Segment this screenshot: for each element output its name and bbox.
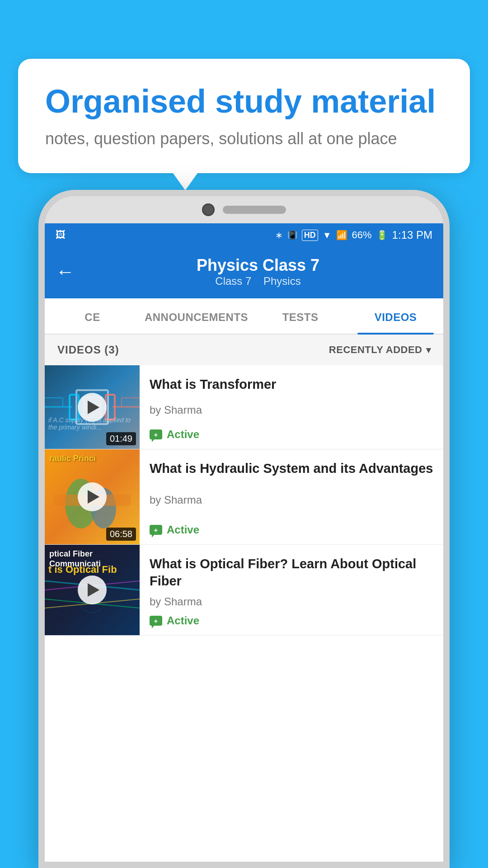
video-author-0: by Sharma [150,404,433,416]
status-badge-2: Active [167,614,199,627]
video-status-1: + Active [150,524,433,536]
play-button-0[interactable] [78,393,107,422]
active-chat-icon-0: + [150,429,162,439]
video-item-2[interactable]: ptical Fiber Communicati t is Optical Fi… [45,545,443,636]
status-bar-right: ∗ 📳 HD ▼ 📶 66% 🔋 1:13 PM [275,229,432,241]
phone-screen: 🖼 ∗ 📳 HD ▼ 📶 66% 🔋 1:13 PM ← Physics Cla… [45,223,443,862]
status-badge-0: Active [167,428,199,441]
hd-badge: HD [302,230,318,241]
play-button-2[interactable] [78,576,107,604]
tab-tests[interactable]: TESTS [253,298,348,334]
speech-bubble: Organised study material notes, question… [18,59,470,173]
video-thumbnail-2: ptical Fiber Communicati t is Optical Fi… [45,545,140,635]
status-badge-1: Active [167,524,199,536]
active-chat-icon-1: + [150,525,162,535]
tabs-bar: CE ANNOUNCEMENTS TESTS VIDEOS [45,298,443,335]
app-header: ← Physics Class 7 Class 7 Physics [45,247,443,298]
status-bar-left: 🖼 [56,229,66,241]
sort-label: RECENTLY ADDED [329,344,422,356]
status-bar: 🖼 ∗ 📳 HD ▼ 📶 66% 🔋 1:13 PM [45,223,443,247]
video-thumbnail-0: 01:49 if A.C supply (V.) is applied to t… [45,365,140,449]
video-info-1: What is Hydraulic System and its Advanta… [140,449,443,544]
chevron-down-icon: ▾ [426,344,431,355]
videos-section-header: VIDEOS (3) RECENTLY ADDED ▾ [45,335,443,365]
status-time: 1:13 PM [392,229,432,241]
video-info-2: What is Optical Fiber? Learn About Optic… [140,545,443,635]
video-info-0: What is Transformer by Sharma + Active [140,365,443,449]
tab-videos[interactable]: VIDEOS [348,298,443,334]
video-status-2: + Active [150,614,433,627]
image-icon: 🖼 [56,229,66,241]
video-author-2: by Sharma [150,595,433,608]
active-chat-icon-2: + [150,616,162,626]
page-subtitle: Class 7 Physics [84,275,432,288]
vibrate-icon: 📳 [287,230,297,240]
tab-ce[interactable]: CE [45,298,140,334]
video-author-1: by Sharma [150,494,433,506]
video-duration-1: 06:58 [106,528,136,541]
header-title-block: Physics Class 7 Class 7 Physics [84,256,432,288]
video-duration-0: 01:49 [106,432,136,445]
sort-button[interactable]: RECENTLY ADDED ▾ [329,344,431,356]
back-button[interactable]: ← [56,262,75,281]
videos-count-label: VIDEOS (3) [57,344,119,356]
battery-text: 66% [352,229,372,241]
video-item-1[interactable]: raulic Princi 06:58 What is Hydraulic Sy… [45,449,443,545]
bluetooth-icon: ∗ [275,230,283,241]
page-title: Physics Class 7 [84,256,432,275]
video-item-0[interactable]: 01:49 if A.C supply (V.) is applied to t… [45,365,443,449]
battery-icon: 🔋 [376,230,388,241]
phone-camera [202,203,215,216]
video-title-2: What is Optical Fiber? Learn About Optic… [150,556,433,590]
phone-speaker [223,206,286,214]
speech-bubble-subtext: notes, question papers, solutions all at… [45,129,443,148]
video-title-0: What is Transformer [150,376,433,393]
phone-top-bar [45,196,443,223]
signal-icon: 📶 [336,230,347,241]
video-title-1: What is Hydraulic System and its Advanta… [150,460,433,477]
play-button-1[interactable] [78,482,107,511]
video-status-0: + Active [150,428,433,441]
tab-announcements[interactable]: ANNOUNCEMENTS [140,298,253,334]
phone-mockup: 🖼 ∗ 📳 HD ▼ 📶 66% 🔋 1:13 PM ← Physics Cla… [38,190,450,868]
speech-bubble-heading: Organised study material [45,84,443,119]
wifi-icon: ▼ [323,230,332,241]
video-thumbnail-1: raulic Princi 06:58 [45,449,140,544]
